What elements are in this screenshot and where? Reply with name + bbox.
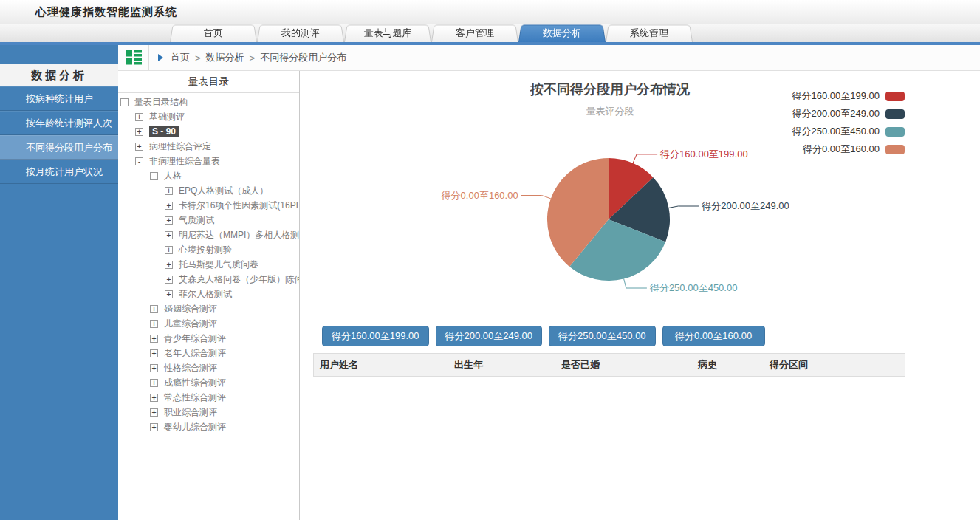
plus-box-icon[interactable]: + [165,202,173,210]
tree-node-label: 心境投射测验 [179,244,232,256]
main-row: 数据分析 按病种统计用户按年龄统计测评人次不同得分段用户分布按月统计用户状况 首… [0,45,980,520]
sidebar-item-1[interactable]: 按病种统计用户 [0,86,118,111]
plus-box-icon[interactable]: + [150,349,158,358]
nav-tab-label: 系统管理 [606,24,693,42]
nav-tab-5[interactable]: 数据分析 [518,24,606,42]
tree-node-label: EPQ人格测试（成人） [179,185,268,197]
nav-tab-4[interactable]: 客户管理 [431,24,518,42]
tree-panel-title: 量表目录 [118,71,299,93]
top-header: 心理健康指数智能监测系统 [0,0,980,24]
nav-tab-1[interactable]: 首页 [170,24,257,42]
plus-box-icon[interactable]: + [150,364,158,372]
tree-node[interactable]: +性格综合测评 [118,360,299,375]
plus-box-icon[interactable]: + [165,216,173,225]
tree-node-label: 儿童综合测评 [164,318,217,330]
tree-node[interactable]: +S - 90 [118,124,299,139]
tree-node-label: 基础测评 [149,111,185,123]
tree-node[interactable]: +儿童综合测评 [118,316,299,331]
tree-node-label: 托马斯婴儿气质问卷 [179,259,258,271]
tree-node-label: 成瘾性综合测评 [164,377,226,389]
plus-box-icon[interactable]: + [135,143,143,151]
plus-box-icon[interactable]: + [150,408,158,417]
tree-node[interactable]: +艾森克人格问卷（少年版）陈仲庚 [118,272,299,287]
nav-tabs: 首页我的测评量表与题库客户管理数据分析系统管理 [170,24,693,42]
tree-node[interactable]: +气质测试 [118,213,299,228]
sidebar: 数据分析 按病种统计用户按年龄统计测评人次不同得分段用户分布按月统计用户状况 [0,45,118,520]
sidebar-item-3[interactable]: 不同得分段用户分布 [0,135,118,160]
segment-button-4[interactable]: 得分0.00至160.00 [662,326,765,346]
results-table-header: 用户姓名出生年是否已婚病史得分区间 [313,353,905,377]
tree-node-label: 卡特尔16项个性因素测试(16PF) [179,199,300,212]
tree-node-label: 病理性综合评定 [149,140,211,153]
pie-label-line-2 [669,206,699,208]
tree-node[interactable]: +成瘾性综合测评 [118,375,299,390]
breadcrumb-item-2[interactable]: 数据分析 [206,51,244,64]
plus-box-icon[interactable]: + [135,113,143,121]
tree-node-label: 常态性综合测评 [164,391,226,404]
tree-node-label: 气质测试 [179,214,214,227]
plus-box-icon[interactable]: + [165,276,173,284]
pie-label-line-4 [521,196,551,199]
plus-box-icon[interactable]: + [150,320,158,328]
plus-box-icon[interactable]: + [150,305,158,313]
plus-box-icon[interactable]: + [165,187,173,195]
plus-box-icon[interactable]: + [135,128,143,136]
tree-node[interactable]: +基础测评 [118,109,299,124]
sidebar-item-4[interactable]: 按月统计用户状况 [0,160,118,184]
tree-node-label: 老年人综合测评 [164,347,226,360]
nav-tab-3[interactable]: 量表与题库 [344,24,431,42]
tree-node[interactable]: +常态性综合测评 [118,390,299,405]
tree-node[interactable]: +菲尔人格测试 [118,287,299,301]
tree-node[interactable]: +病理性综合评定 [118,139,299,154]
pie-label-1: 得分160.00至199.00 [659,148,748,160]
plus-box-icon[interactable]: + [165,231,173,239]
tree-node[interactable]: +职业综合测评 [118,405,299,420]
tree-node[interactable]: +老年人综合测评 [118,346,299,360]
sidebar-item-2[interactable]: 按年龄统计测评人次 [0,111,118,135]
plus-box-icon[interactable]: + [165,290,173,298]
pie-chart: 得分160.00至199.00得分200.00至249.00得分250.00至4… [300,71,979,329]
tree-node[interactable]: +明尼苏达（MMPI）多相人格测试 [118,228,299,242]
pie-label-3: 得分250.00至450.00 [649,282,738,293]
breadcrumb-item-1[interactable]: 首页 [171,51,190,64]
tree-node[interactable]: +婴幼儿综合测评 [118,420,299,434]
segment-button-2[interactable]: 得分200.00至249.00 [436,326,543,346]
tree-toggle-button[interactable] [118,45,149,70]
content: 首页>数据分析>不同得分段用户分布 量表目录 -量表目录结构+基础测评+S - … [118,45,980,520]
nav-tab-6[interactable]: 系统管理 [606,24,693,42]
nav-tab-2[interactable]: 我的测评 [257,24,344,42]
breadcrumb-item-3[interactable]: 不同得分段用户分布 [260,51,346,64]
table-column-header-2: 出生年 [448,354,555,376]
minus-box-icon[interactable]: - [120,98,129,106]
segment-button-1[interactable]: 得分160.00至199.00 [322,326,429,346]
nav-tab-label: 我的测评 [257,24,344,42]
tree-node[interactable]: +心境投射测验 [118,242,299,257]
tree-node[interactable]: -非病理性综合量表 [118,154,299,168]
scale-tree: -量表目录结构+基础测评+S - 90+病理性综合评定-非病理性综合量表-人格+… [118,93,299,434]
tree-node[interactable]: -人格 [118,168,299,183]
content-body: 量表目录 -量表目录结构+基础测评+S - 90+病理性综合评定-非病理性综合量… [118,71,980,520]
plus-box-icon[interactable]: + [150,379,158,387]
tree-node-label: 量表目录结构 [134,96,188,109]
tree-node-label: 菲尔人格测试 [179,288,232,301]
app-title: 心理健康指数智能监测系统 [0,5,177,19]
plus-box-icon[interactable]: + [150,394,158,402]
tree-node-label: 职业综合测评 [164,406,217,419]
minus-box-icon[interactable]: - [135,157,143,165]
segment-button-3[interactable]: 得分250.00至450.00 [549,326,656,346]
table-column-header-4: 病史 [692,354,764,376]
tree-node[interactable]: +婚姻综合测评 [118,301,299,316]
plus-box-icon[interactable]: + [150,423,158,431]
tree-node[interactable]: +托马斯婴儿气质问卷 [118,257,299,272]
tree-node[interactable]: +青少年综合测评 [118,331,299,346]
tree-node[interactable]: +卡特尔16项个性因素测试(16PF) [118,198,299,213]
tree-node[interactable]: -量表目录结构 [118,95,299,109]
tree-node-label: 性格综合测评 [164,362,217,374]
tree-node[interactable]: +EPQ人格测试（成人） [118,183,299,198]
table-column-header-1: 用户姓名 [314,354,448,376]
plus-box-icon[interactable]: + [165,261,173,269]
breadcrumb-separator: > [250,52,256,64]
plus-box-icon[interactable]: + [165,246,173,254]
plus-box-icon[interactable]: + [150,335,158,343]
minus-box-icon[interactable]: - [150,172,158,180]
